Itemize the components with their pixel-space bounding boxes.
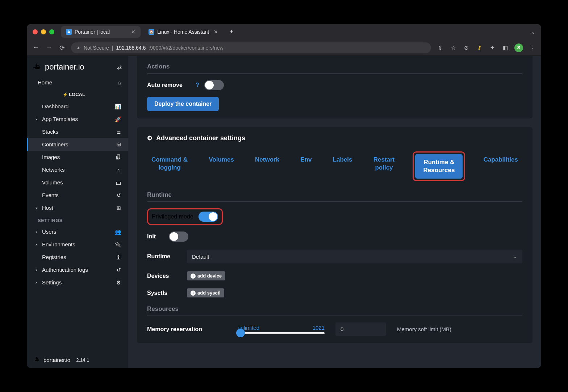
sidebar-item-containers[interactable]: Containers⛁ (27, 138, 128, 151)
chevron-right-icon: › (36, 229, 42, 234)
sidebar-item-app-templates[interactable]: ›App Templates🚀 (27, 113, 128, 125)
tab-runtime-resources[interactable]: Runtime &Resources (415, 154, 463, 179)
advanced-panel: Advanced container settings Command &log… (137, 127, 532, 343)
forward-button[interactable]: → (45, 44, 53, 51)
sidebar: ⛴ portainer.io ⇄ Home⌂ LOCAL Dashboard📊 … (27, 56, 128, 368)
tab-volumes[interactable]: Volumes (206, 151, 237, 181)
new-tab-button[interactable]: + (226, 28, 237, 36)
chevron-down-icon: ⌄ (513, 253, 517, 260)
highlight-runtime-tab: Runtime &Resources (413, 151, 465, 181)
help-icon[interactable]: ? (196, 82, 199, 88)
sidebar-item-registries[interactable]: Registries🗄 (27, 251, 128, 263)
tab-command-logging[interactable]: Command &logging (149, 151, 191, 181)
tab-homeassistant[interactable]: 🏠 Linux - Home Assistant ✕ (143, 26, 223, 38)
slider-thumb[interactable] (236, 329, 245, 337)
tab-restart-policy[interactable]: Restartpolicy (371, 151, 398, 181)
minimize-window[interactable] (41, 29, 46, 34)
users-icon: 👥 (115, 229, 121, 235)
sidebar-item-users[interactable]: ›Users👥 (27, 225, 128, 238)
add-device-button[interactable]: add device (187, 271, 225, 280)
sidebar-item-networks[interactable]: Networks⛬ (27, 163, 128, 176)
init-toggle[interactable] (169, 232, 188, 242)
tab-title: Linux - Home Assistant (157, 29, 209, 35)
runtime-label: Runtime (147, 253, 180, 260)
portainer-favicon-icon: ⛴ (66, 29, 72, 35)
extensions-icon[interactable]: ✦ (488, 45, 496, 51)
tab-portainer[interactable]: ⛴ Portainer | local ✕ (61, 26, 141, 38)
chevron-right-icon: › (36, 205, 42, 210)
slider-max: 1021 (313, 325, 325, 331)
advanced-tabs: Command &logging Volumes Network Env Lab… (147, 151, 522, 181)
url-sep: | (112, 45, 113, 51)
history-icon: ↺ (117, 267, 121, 273)
advanced-title: Advanced container settings (147, 134, 522, 142)
sidebar-footer: ⛴ portainer.io 2.14.1 (27, 351, 128, 368)
host-icon: ⊞ (117, 205, 121, 211)
browser-window: ⛴ Portainer | local ✕ 🏠 Linux - Home Ass… (27, 24, 541, 368)
dashboard-icon: 📊 (115, 104, 121, 109)
sidebar-item-events[interactable]: Events↺ (27, 189, 128, 201)
ha-favicon-icon: 🏠 (149, 29, 154, 35)
url-field[interactable]: ▲ Not Secure | 192.168.64.6:9000/#!/2/do… (71, 42, 431, 53)
volumes-icon: 🖴 (116, 180, 121, 185)
plug-icon: 🔌 (115, 242, 121, 247)
tab-capabilities[interactable]: Capabilities (481, 151, 521, 181)
sidebar-item-images[interactable]: Images🗐 (27, 151, 128, 163)
auto-remove-toggle[interactable] (204, 80, 224, 90)
highlight-privileged: Privileged mode (147, 208, 223, 225)
share-icon[interactable]: ⇧ (436, 45, 444, 51)
gear-icon: ⚙ (116, 280, 121, 285)
tab-network[interactable]: Network (252, 151, 282, 181)
sidebar-item-volumes[interactable]: Volumes🖴 (27, 176, 128, 189)
mem-slider[interactable]: unlimited 1021 (238, 325, 325, 334)
add-sysctl-button[interactable]: add sysctl (187, 288, 224, 297)
rocket-icon: 🚀 (115, 116, 121, 122)
back-button[interactable]: ← (32, 44, 40, 51)
sidebar-item-authlogs[interactable]: ›Authentication logs↺ (27, 263, 128, 276)
panel-icon[interactable]: ◧ (501, 45, 509, 51)
titlebar: ⛴ Portainer | local ✕ 🏠 Linux - Home Ass… (27, 24, 541, 40)
extension-icon[interactable]: // (475, 45, 483, 51)
brand-text: portainer.io (45, 62, 84, 72)
networks-icon: ⛬ (116, 167, 121, 173)
footer-brand: portainer.io (43, 357, 70, 363)
traffic-lights (33, 29, 54, 34)
close-tab-icon[interactable]: ✕ (131, 29, 135, 35)
chevron-right-icon: › (36, 117, 42, 122)
chevron-right-icon: › (36, 280, 42, 285)
maximize-window[interactable] (49, 29, 54, 34)
swap-icon[interactable]: ⇄ (117, 64, 122, 71)
content: Actions Auto remove ? Deploy the contain… (128, 56, 541, 368)
menu-icon[interactable]: ⋮ (528, 45, 536, 51)
sidebar-item-home[interactable]: Home⌂ (27, 76, 128, 89)
block-icon[interactable]: ⊘ (462, 45, 470, 51)
sidebar-item-dashboard[interactable]: Dashboard📊 (27, 100, 128, 113)
sidebar-item-stacks[interactable]: Stacks≣ (27, 125, 128, 138)
profile-avatar[interactable]: S (514, 43, 523, 52)
close-tab-icon[interactable]: ✕ (214, 29, 218, 35)
url-path: :9000/#!/2/docker/containers/new (149, 45, 223, 51)
urlbar: ← → ⟳ ▲ Not Secure | 192.168.64.6:9000/#… (27, 40, 541, 56)
actions-panel: Actions Auto remove ? Deploy the contain… (137, 56, 532, 118)
sidebar-logo[interactable]: ⛴ portainer.io ⇄ (27, 58, 128, 76)
privileged-toggle[interactable] (199, 212, 218, 222)
runtime-select[interactable]: Default ⌄ (187, 250, 522, 263)
tabs-overflow-icon[interactable]: ⌄ (531, 29, 535, 35)
mem-value-input[interactable] (335, 322, 386, 336)
portainer-logo-icon: ⛴ (33, 62, 41, 72)
tab-labels[interactable]: Labels (330, 151, 355, 181)
bookmark-icon[interactable]: ☆ (449, 45, 457, 51)
devices-label: Devices (147, 273, 180, 279)
tab-env[interactable]: Env (297, 151, 314, 181)
sysctls-label: Sysctls (147, 290, 180, 296)
sidebar-local-header: LOCAL (27, 89, 128, 100)
actions-title: Actions (147, 63, 522, 74)
sidebar-item-environments[interactable]: ›Environments🔌 (27, 238, 128, 251)
resources-section-title: Resources (147, 305, 522, 316)
sidebar-item-host[interactable]: ›Host⊞ (27, 201, 128, 214)
privileged-label: Privileged mode (152, 213, 193, 220)
sidebar-item-settings[interactable]: ›Settings⚙ (27, 276, 128, 289)
deploy-button[interactable]: Deploy the container (147, 97, 219, 111)
reload-button[interactable]: ⟳ (58, 44, 66, 52)
close-window[interactable] (33, 29, 38, 34)
